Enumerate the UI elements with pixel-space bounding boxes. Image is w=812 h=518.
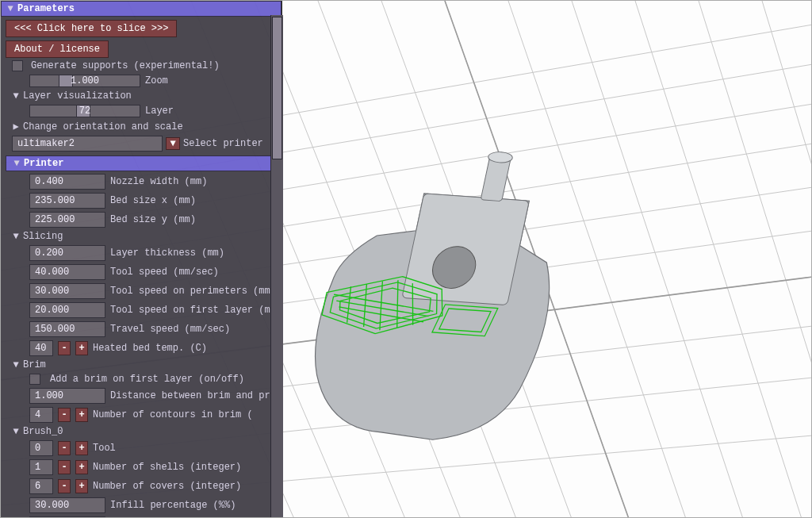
tool-speed-input[interactable]: 40.000: [29, 264, 105, 280]
chevron-right-icon: ▶: [12, 121, 20, 132]
chevron-down-icon: ▼: [12, 426, 20, 437]
infill-input[interactable]: 30.000: [29, 497, 105, 513]
brim-contours-input[interactable]: 4: [29, 407, 53, 423]
slice-button[interactable]: <<< Click here to slice >>>: [6, 20, 177, 37]
brim-contours-plus[interactable]: +: [75, 408, 88, 422]
zoom-row: 1.000 Zoom: [1, 74, 282, 88]
panel-title: Parameters: [17, 3, 75, 14]
zoom-label: Zoom: [145, 75, 168, 86]
about-button[interactable]: About / license: [6, 40, 109, 58]
bed-x-input[interactable]: 235.000: [29, 193, 105, 209]
flow-input[interactable]: 1.000: [29, 516, 105, 517]
brush-shells-plus[interactable]: +: [75, 460, 88, 474]
brush0-header[interactable]: ▼ Brush_0: [1, 425, 282, 438]
chevron-down-icon: ▼: [12, 231, 20, 242]
brim-checkbox[interactable]: [29, 374, 40, 385]
generate-supports-label: Generate supports (experimental!): [31, 60, 220, 71]
tool-speed-first-input[interactable]: 20.000: [29, 302, 105, 318]
brush-tool-plus[interactable]: +: [75, 441, 88, 455]
brush-covers-input[interactable]: 6: [29, 478, 53, 494]
parameters-panel: ▼ Parameters <<< Click here to slice >>>…: [1, 1, 282, 517]
orientation-header[interactable]: ▶ Change orientation and scale: [1, 120, 282, 133]
svg-line-22: [572, 1, 743, 517]
nozzle-width-input[interactable]: 0.400: [29, 174, 105, 190]
layer-slider[interactable]: 72: [29, 105, 140, 117]
slicing-header[interactable]: ▼ Slicing: [1, 230, 282, 243]
panel-scroll-thumb[interactable]: [272, 17, 282, 159]
layer-row: 72 Layer: [1, 104, 282, 118]
layer-value: 72: [30, 106, 140, 117]
chevron-down-icon: ▼: [12, 90, 20, 102]
printer-select-button[interactable]: ▼: [166, 137, 180, 150]
bed-temp-input[interactable]: 40: [29, 340, 53, 356]
bed-temp-plus[interactable]: +: [75, 341, 88, 355]
brush-covers-plus[interactable]: +: [75, 479, 88, 493]
bed-y-input[interactable]: 225.000: [29, 212, 105, 228]
chevron-down-icon: ▼: [13, 158, 21, 169]
svg-line-23: [635, 1, 802, 517]
printer-header[interactable]: ▼ Printer: [6, 155, 277, 171]
layer-vis-header[interactable]: ▼ Layer visualization: [1, 90, 282, 102]
travel-speed-input[interactable]: 150.000: [29, 321, 105, 337]
generate-supports-checkbox[interactable]: [12, 60, 23, 71]
printer-select[interactable]: ultimaker2: [12, 136, 163, 152]
panel-title-bar[interactable]: ▼ Parameters: [1, 1, 282, 17]
brim-contours-minus[interactable]: -: [58, 408, 71, 422]
collapse-icon: ▼: [6, 3, 14, 14]
tool-speed-perim-input[interactable]: 30.000: [29, 283, 105, 299]
printer-select-row: ultimaker2 ▼ Select printer: [1, 135, 282, 152]
printer-select-label: Select printer: [183, 138, 263, 149]
brush-covers-minus[interactable]: -: [58, 479, 71, 493]
zoom-slider[interactable]: 1.000: [29, 75, 140, 87]
brush-tool-minus[interactable]: -: [58, 441, 71, 455]
chevron-down-icon: ▼: [12, 359, 20, 370]
brush-shells-minus[interactable]: -: [58, 460, 71, 474]
zoom-value: 1.000: [30, 75, 140, 86]
panel-scrollbar[interactable]: [270, 15, 283, 517]
svg-line-24: [699, 1, 811, 517]
brush-tool-input[interactable]: 0: [29, 440, 53, 456]
brim-header[interactable]: ▼ Brim: [1, 359, 282, 371]
generate-supports-row: Generate supports (experimental!): [1, 59, 282, 72]
layer-thickness-input[interactable]: 0.200: [29, 245, 105, 261]
brim-distance-input[interactable]: 1.000: [29, 388, 105, 404]
layer-label: Layer: [145, 106, 174, 117]
brush-shells-input[interactable]: 1: [29, 459, 53, 475]
svg-line-25: [762, 1, 811, 517]
bed-temp-minus[interactable]: -: [58, 341, 71, 355]
